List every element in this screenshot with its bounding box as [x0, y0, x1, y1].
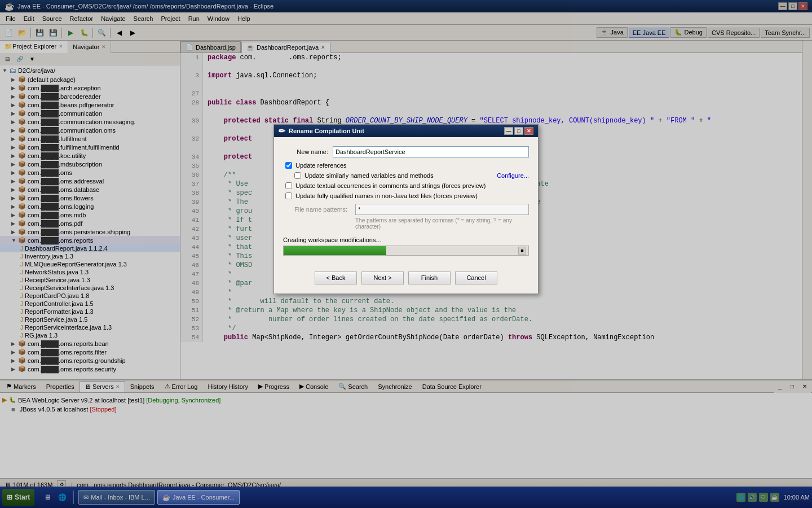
- pattern-input[interactable]: [355, 204, 529, 215]
- update-similar-row: Update similarly named variables and met…: [283, 172, 529, 179]
- update-textual-row: Update textual occurrences in comments a…: [283, 182, 529, 189]
- dialog-buttons: < Back Next > Finish Cancel: [274, 267, 538, 294]
- dialog-overlay: ✏ Rename Compilation Unit — □ ✕ New name…: [0, 0, 812, 508]
- rename-dialog: ✏ Rename Compilation Unit — □ ✕ New name…: [273, 124, 539, 294]
- configure-link[interactable]: Configure...: [497, 172, 529, 179]
- pattern-hint: The patterns are separated by commas (* …: [294, 217, 529, 230]
- update-qualified-row: Update fully qualified names in non-Java…: [283, 192, 529, 199]
- dialog-close-button[interactable]: ✕: [524, 127, 533, 135]
- new-name-input[interactable]: [333, 146, 529, 157]
- back-dialog-button[interactable]: < Back: [315, 271, 357, 284]
- progress-bar-fill: [284, 246, 386, 255]
- update-qualified-checkbox[interactable]: [285, 192, 292, 199]
- update-refs-checkbox[interactable]: [285, 162, 292, 169]
- dialog-body: New name: Update references Update simil…: [274, 137, 538, 267]
- pattern-section: File name patterns: The patterns are sep…: [283, 204, 529, 230]
- update-refs-label: Update references: [295, 162, 347, 169]
- progress-section: Creating workspace modifications... ■: [283, 234, 529, 258]
- progress-bar-container: ■: [283, 246, 529, 256]
- pattern-label: File name patterns:: [294, 206, 351, 213]
- dialog-maximize-button[interactable]: □: [514, 127, 523, 135]
- dialog-minimize-button[interactable]: —: [504, 127, 513, 135]
- new-name-label: New name:: [283, 148, 328, 155]
- progress-stop-icon[interactable]: ■: [518, 247, 526, 255]
- dialog-title-text: Rename Compilation Unit: [289, 128, 503, 134]
- new-name-row: New name:: [283, 146, 529, 157]
- pattern-row: File name patterns:: [294, 204, 529, 215]
- update-textual-label: Update textual occurrences in comments a…: [295, 182, 486, 189]
- next-dialog-button[interactable]: Next >: [361, 271, 404, 284]
- dialog-titlebar: ✏ Rename Compilation Unit — □ ✕: [274, 125, 538, 137]
- update-textual-checkbox[interactable]: [285, 182, 292, 189]
- dialog-icon: ✏: [279, 126, 285, 135]
- update-refs-row: Update references: [283, 162, 529, 169]
- progress-label: Creating workspace modifications...: [283, 237, 529, 243]
- update-qualified-label: Update fully qualified names in non-Java…: [295, 192, 478, 199]
- cancel-dialog-button[interactable]: Cancel: [455, 271, 497, 284]
- update-similar-label: Update similarly named variables and met…: [304, 172, 434, 179]
- finish-dialog-button[interactable]: Finish: [408, 271, 451, 284]
- update-similar-checkbox[interactable]: [294, 172, 301, 179]
